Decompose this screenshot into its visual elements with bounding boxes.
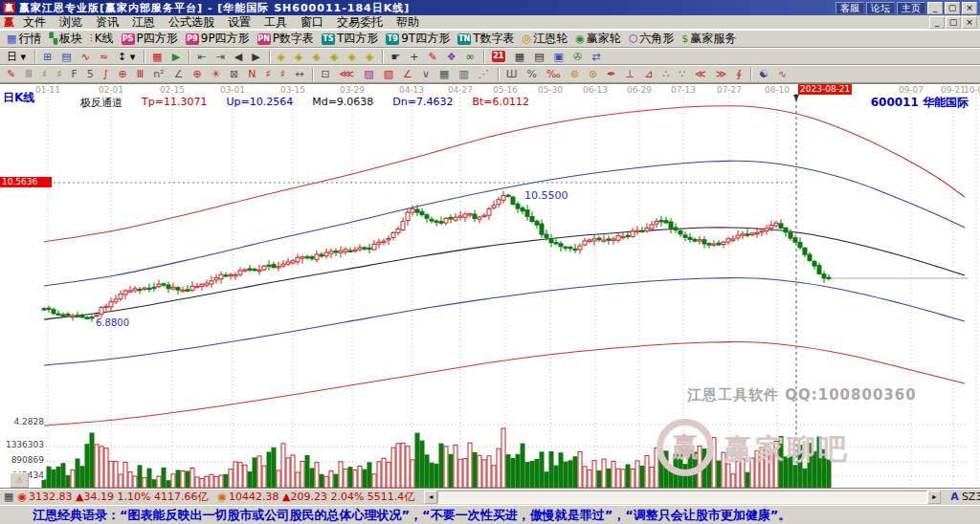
menu-交易委托[interactable]: 交易委托	[330, 15, 390, 29]
zoom-diamond-4-icon[interactable]: ◈	[326, 49, 344, 65]
tri-tool-icon[interactable]: ⊿	[640, 66, 658, 82]
sz-index-icon[interactable]: ◉	[217, 491, 227, 503]
menu-公式选股[interactable]: 公式选股	[162, 15, 221, 29]
red-grid2-icon[interactable]: ♯	[277, 66, 291, 82]
draw-pen-icon[interactable]: ✎	[3, 66, 21, 82]
zoom-diamond-1-icon[interactable]: ◈	[274, 49, 291, 65]
mdi-close-button[interactable]: ×	[962, 16, 977, 29]
candle-style-dropdown[interactable]: ↕ ▾	[114, 49, 141, 65]
width-tool-icon[interactable]: ↔	[291, 66, 309, 82]
nav-first-icon[interactable]: ⇤	[193, 49, 212, 65]
menu-江恩[interactable]: 江恩	[125, 15, 162, 29]
zoom-diamond-5-icon[interactable]: ◈	[344, 49, 361, 65]
rect-select-icon[interactable]: ⊡	[317, 66, 335, 82]
dots2-tool-icon[interactable]: ∵	[675, 66, 691, 82]
kline-compress-icon[interactable]: ▦	[148, 49, 167, 65]
period-day-dropdown[interactable]: 日 ▾	[3, 49, 32, 65]
level-tool-icon[interactable]: ⊥	[621, 66, 640, 82]
titlebar-link-support[interactable]: 客服	[835, 2, 864, 14]
notepad-icon[interactable]: ▤	[530, 49, 549, 65]
winner-service-button[interactable]: $赢家服务	[678, 31, 740, 47]
five-lines-icon[interactable]: 5	[83, 66, 100, 82]
comb-lines-icon[interactable]: Ш	[502, 66, 523, 82]
gann-grid-icon[interactable]: ♯	[38, 66, 53, 82]
nav-next-icon[interactable]: ▶	[248, 49, 265, 65]
t-table-button[interactable]: TNT数字表	[454, 31, 518, 47]
horizontal-scrollbar[interactable]: ◂ ▸	[424, 491, 941, 504]
timeshare-icon[interactable]: ▶	[168, 49, 186, 65]
crosshair-tool-icon[interactable]: +	[406, 49, 424, 65]
p-table-button[interactable]: PNP数字表	[254, 31, 318, 47]
slash-lines-icon[interactable]: ⋰	[475, 66, 495, 82]
gold-section-icon[interactable]: ⊚	[567, 66, 585, 82]
grid-dense2-icon[interactable]: ▥	[455, 66, 474, 82]
t9-square-button[interactable]: T99T四方形	[382, 31, 454, 47]
hand-tool-icon[interactable]: ☛	[387, 49, 406, 65]
trend-small-icon[interactable]: ∿	[78, 49, 96, 65]
gann-grid2-icon[interactable]: ♯	[53, 66, 67, 82]
grid-dense-icon[interactable]: ▦	[435, 66, 455, 82]
mdi-restore-button[interactable]: ▢	[946, 16, 961, 29]
shade-box-icon[interactable]: ▨	[360, 66, 379, 82]
red-grid-icon[interactable]: ♯	[262, 66, 277, 82]
p-square-button[interactable]: PSP四方形	[118, 31, 182, 47]
font-icon[interactable]: A	[950, 491, 959, 503]
fan-lines-icon[interactable]: ⋘	[336, 66, 361, 82]
menu-文件[interactable]: 文件	[16, 15, 53, 29]
percent-tool-icon[interactable]: %	[523, 66, 543, 82]
sectors-button[interactable]: ▚板块	[45, 31, 85, 47]
menu-浏览[interactable]: 浏览	[53, 15, 89, 29]
yinyang-icon[interactable]: ☯	[755, 66, 774, 82]
n2-tool-icon[interactable]: n²	[149, 66, 169, 82]
trend-step-icon[interactable]: ≈	[96, 49, 114, 65]
chip-distribution-icon[interactable]: ❖	[443, 49, 462, 65]
scroll-left-icon[interactable]: ◂	[424, 491, 437, 504]
integral-tool-icon[interactable]: ∮	[732, 66, 747, 82]
nav-prev-icon[interactable]: ◀	[231, 49, 248, 65]
box-x-icon[interactable]: ⊠	[226, 66, 244, 82]
gann-wheel-button[interactable]: ◎江恩轮	[519, 31, 572, 47]
f-lines-icon[interactable]: F	[67, 66, 82, 82]
scrollbar-track[interactable]	[437, 491, 927, 504]
minimize-button[interactable]: _	[927, 2, 943, 14]
sh-index-icon[interactable]: ◉	[17, 491, 27, 503]
circle-cross-icon[interactable]: ⊕	[115, 66, 133, 82]
p9-square-button[interactable]: P99P四方形	[182, 31, 254, 47]
kline-button[interactable]: ⫶K线	[86, 31, 118, 47]
menu-窗口[interactable]: 窗口	[294, 15, 330, 29]
titlebar-link-forum[interactable]: 论坛	[866, 2, 895, 14]
zoom-diamond-3-icon[interactable]: ◈	[309, 49, 326, 65]
screenshot-icon[interactable]: ✇	[569, 49, 588, 65]
angle-line-icon[interactable]: ∠	[399, 66, 418, 82]
zoom-diamond-6-icon[interactable]: ◈	[362, 49, 379, 65]
hook-line-icon[interactable]: ∫	[100, 66, 115, 82]
nav-last-icon[interactable]: ⇥	[212, 49, 230, 65]
permille-tool-icon[interactable]: ‰	[543, 66, 567, 82]
annotation-tool-button[interactable]: ⚠	[10, 472, 29, 488]
gold-circle-icon[interactable]: ⊛	[585, 66, 603, 82]
menu-帮助[interactable]: 帮助	[390, 15, 426, 29]
grid-icon[interactable]: ▦	[4, 491, 13, 503]
shade-box2-icon[interactable]: ▧	[380, 66, 399, 82]
check-line-icon[interactable]: ∨	[418, 66, 435, 82]
star-burst-icon[interactable]: ✳	[208, 66, 226, 82]
binoculars-icon[interactable]: ∞	[462, 49, 480, 65]
titlebar-link-home[interactable]: 主页	[897, 2, 925, 14]
dots-tool-icon[interactable]: ∴	[658, 66, 675, 82]
menu-设置[interactable]: 设置	[221, 15, 257, 29]
mdi-minimize-button[interactable]: _	[929, 16, 945, 29]
kline-chart[interactable]	[0, 84, 980, 488]
window-style-icon[interactable]: ⊞	[39, 49, 57, 65]
shift-right-icon[interactable]: ≫	[712, 66, 733, 82]
info-panel-icon[interactable]: ▤	[57, 49, 77, 65]
zoom-diamond-2-icon[interactable]: ◈	[291, 49, 308, 65]
hexagon-button[interactable]: ⬡六角形	[625, 31, 679, 47]
t-square-button[interactable]: TST四方形	[318, 31, 382, 47]
quotes-button[interactable]: ▦行情	[3, 31, 45, 47]
winner-wheel-button[interactable]: ◉赢家轮	[571, 31, 625, 47]
scroll-right-icon[interactable]: ▸	[927, 491, 941, 504]
shift-left-icon[interactable]: ≪	[691, 66, 712, 82]
restore-button[interactable]: ▢	[945, 2, 960, 14]
calendar-icon[interactable]: 21	[488, 49, 511, 65]
menu-工具[interactable]: 工具	[257, 15, 294, 29]
